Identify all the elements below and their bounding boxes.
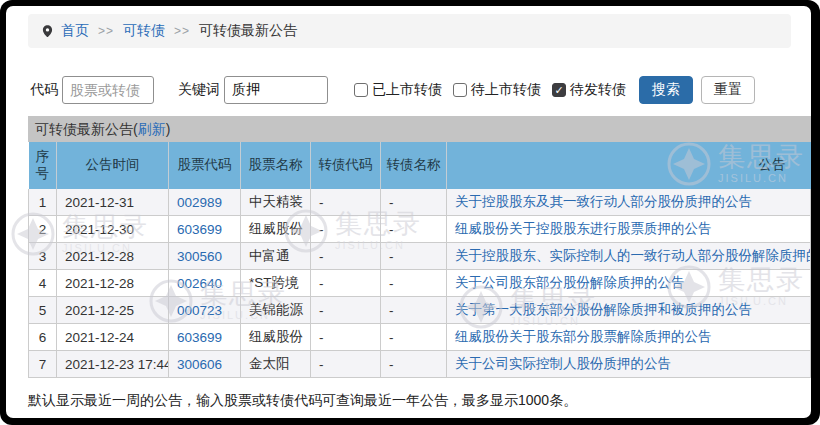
stock-code-link[interactable]: 300606 (177, 357, 222, 372)
checkbox-label: 待上市转债 (471, 81, 541, 99)
bond-code: - (311, 297, 381, 324)
column-header-stock-code: 股票代码 (169, 142, 241, 189)
checkbox-pending-bonds[interactable]: 待发转债 (552, 81, 626, 99)
code-input[interactable] (62, 76, 154, 104)
row-number: 2 (29, 216, 57, 243)
announce-time: 2021-12-25 (57, 297, 169, 324)
stock-code-link[interactable]: 603699 (177, 330, 222, 345)
stock-code-cell: 603699 (169, 216, 241, 243)
stock-name: 金太阳 (241, 351, 311, 378)
stock-code-cell: 000723 (169, 297, 241, 324)
column-header-bond-code: 转债代码 (311, 142, 381, 189)
breadcrumb-separator: >> (98, 24, 114, 38)
announcements-section: 可转债最新公告(刷新) 序号 公告时间 股票代码 股票名称 转债代码 转债名称 … (28, 116, 811, 378)
window-frame: 首页 >> 可转债 >> 可转债最新公告 代码 关键词 已上市转债 待上市转债 … (0, 0, 820, 425)
bond-name: - (381, 297, 447, 324)
table-row: 1 2021-12-31 002989 中天精装 - - 关于控股股东及其一致行… (29, 189, 811, 216)
stock-code-cell: 002640 (169, 270, 241, 297)
checkbox-label: 已上市转债 (372, 81, 442, 99)
table-title: 可转债最新公告 (35, 121, 133, 137)
announcement-cell: 关于公司股东部分股份解除质押的公告 (447, 270, 811, 297)
table-row: 4 2021-12-28 002640 *ST跨境 - - 关于公司股东部分股份… (29, 270, 811, 297)
announcement-cell: 纽威股份关于控股股东进行股票质押的公告 (447, 216, 811, 243)
table-row: 7 2021-12-23 17:44 300606 金太阳 - - 关于公司实际… (29, 351, 811, 378)
announcement-link[interactable]: 关于第一大股东部分股份解除质押和被质押的公告 (455, 302, 752, 317)
stock-name: 中富通 (241, 243, 311, 270)
announce-time: 2021-12-31 (57, 189, 169, 216)
checkbox-tobelisted-bonds[interactable]: 待上市转债 (453, 81, 541, 99)
stock-code-cell: 300560 (169, 243, 241, 270)
announcement-cell: 关于控股股东及其一致行动人部分股份质押的公告 (447, 189, 811, 216)
reset-button[interactable]: 重置 (701, 76, 755, 104)
column-header-time: 公告时间 (57, 142, 169, 189)
checkbox-listed-bonds[interactable]: 已上市转债 (354, 81, 442, 99)
location-pin-icon (41, 23, 54, 39)
bond-name: - (381, 189, 447, 216)
breadcrumb-home-link[interactable]: 首页 (61, 22, 89, 40)
announcement-cell: 纽威股份关于股东部分股票解除质押的公告 (447, 324, 811, 351)
stock-code-link[interactable]: 300560 (177, 249, 222, 264)
row-number: 7 (29, 351, 57, 378)
stock-code-link[interactable]: 002640 (177, 276, 222, 291)
announcement-link[interactable]: 纽威股份关于股东部分股票解除质押的公告 (455, 329, 712, 344)
stock-name: 纽威股份 (241, 216, 311, 243)
announce-time: 2021-12-30 (57, 216, 169, 243)
keyword-label: 关键词 (178, 81, 220, 99)
stock-name: *ST跨境 (241, 270, 311, 297)
announcement-link[interactable]: 纽威股份关于控股股东进行股票质押的公告 (455, 221, 712, 236)
column-header-stock-name: 股票名称 (241, 142, 311, 189)
table-header-row: 序号 公告时间 股票代码 股票名称 转债代码 转债名称 公告 (29, 142, 811, 189)
bond-name: - (381, 351, 447, 378)
code-label: 代码 (30, 81, 58, 99)
stock-name: 美锦能源 (241, 297, 311, 324)
breadcrumb-current: 可转债最新公告 (199, 22, 297, 40)
row-number: 6 (29, 324, 57, 351)
column-header-bond-name: 转债名称 (381, 142, 447, 189)
bond-name: - (381, 216, 447, 243)
checkbox-box (354, 83, 368, 97)
bond-code: - (311, 351, 381, 378)
announcement-link[interactable]: 关于控股股东及其一致行动人部分股份质押的公告 (455, 194, 752, 209)
bond-code: - (311, 243, 381, 270)
stock-code-link[interactable]: 000723 (177, 303, 222, 318)
breadcrumb-section-link[interactable]: 可转债 (123, 22, 165, 40)
stock-name: 中天精装 (241, 189, 311, 216)
column-header-no: 序号 (29, 142, 57, 189)
stock-code-cell: 002989 (169, 189, 241, 216)
stock-code-cell: 300606 (169, 351, 241, 378)
row-number: 4 (29, 270, 57, 297)
row-number: 3 (29, 243, 57, 270)
announcement-link[interactable]: 关于控股股东、实际控制人的一致行动人部分股份解除质押的公告 (455, 248, 811, 263)
stock-code-link[interactable]: 002989 (177, 195, 222, 210)
search-form: 代码 关键词 已上市转债 待上市转债 待发转债 搜索 重置 (30, 76, 811, 104)
checkbox-box (552, 83, 566, 97)
bond-code: - (311, 189, 381, 216)
stock-name: 纽威股份 (241, 324, 311, 351)
announce-time: 2021-12-28 (57, 270, 169, 297)
table-row: 3 2021-12-28 300560 中富通 - - 关于控股股东、实际控制人… (29, 243, 811, 270)
checkbox-box (453, 83, 467, 97)
search-button[interactable]: 搜索 (639, 76, 693, 104)
table-title-bar: 可转债最新公告(刷新) (28, 116, 811, 142)
announce-time: 2021-12-24 (57, 324, 169, 351)
bond-code: - (311, 324, 381, 351)
footer-note: 默认显示最近一周的公告，输入股票或转债代码可查询最近一年公告，最多显示1000条… (28, 392, 811, 410)
announcements-table: 序号 公告时间 股票代码 股票名称 转债代码 转债名称 公告 1 2021-12… (28, 142, 811, 378)
bond-name: - (381, 243, 447, 270)
page: 首页 >> 可转债 >> 可转债最新公告 代码 关键词 已上市转债 待上市转债 … (6, 6, 811, 418)
announcement-link[interactable]: 关于公司实际控制人股份质押的公告 (455, 356, 671, 371)
table-row: 2 2021-12-30 603699 纽威股份 - - 纽威股份关于控股股东进… (29, 216, 811, 243)
refresh-link[interactable]: 刷新 (138, 121, 166, 137)
announcement-cell: 关于公司实际控制人股份质押的公告 (447, 351, 811, 378)
column-header-announcement: 公告 (447, 142, 811, 189)
row-number: 1 (29, 189, 57, 216)
keyword-input[interactable] (224, 76, 328, 104)
breadcrumb: 首页 >> 可转债 >> 可转债最新公告 (28, 14, 791, 48)
checkbox-label: 待发转债 (570, 81, 626, 99)
stock-code-link[interactable]: 603699 (177, 222, 222, 237)
announce-time: 2021-12-23 17:44 (57, 351, 169, 378)
bond-code: - (311, 270, 381, 297)
row-number: 5 (29, 297, 57, 324)
announcement-link[interactable]: 关于公司股东部分股份解除质押的公告 (455, 275, 685, 290)
stock-code-cell: 603699 (169, 324, 241, 351)
